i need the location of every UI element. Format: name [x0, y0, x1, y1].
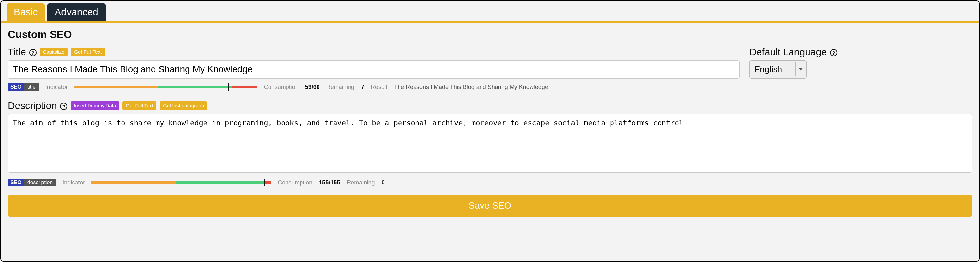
section-title: Custom SEO: [8, 29, 972, 41]
title-meta-row: SEO title Indicator Consumption 53/60 Re…: [8, 83, 740, 91]
desc-remaining-label: Remaining: [347, 179, 375, 186]
seo-tag-right: description: [24, 179, 56, 187]
get-full-text-title-button[interactable]: Get Full Text: [71, 48, 105, 56]
title-result-value: The Reasons I Made This Blog and Sharing…: [394, 84, 548, 91]
title-remaining-value: 7: [361, 84, 364, 91]
get-first-paragraph-button[interactable]: Get first paragraph: [160, 101, 207, 110]
bar-marker: [228, 83, 229, 91]
seo-title-tag: SEO title: [8, 83, 39, 91]
desc-consumption-label: Consumption: [278, 179, 312, 186]
save-seo-button[interactable]: Save SEO: [8, 195, 972, 217]
help-icon[interactable]: ?: [60, 103, 67, 110]
description-textarea[interactable]: [8, 114, 972, 173]
help-icon[interactable]: ?: [830, 49, 837, 56]
language-column: Default Language ? English: [749, 46, 837, 78]
language-label: Default Language: [749, 46, 827, 58]
title-consumption-label: Consumption: [264, 84, 299, 91]
capitalize-button[interactable]: Capitalize: [40, 48, 68, 56]
bar-seg-orange: [75, 86, 159, 88]
seo-editor-window: Basic Advanced Custom SEO Title ? Capita…: [0, 0, 980, 262]
title-indicator-bar: [75, 86, 258, 88]
bar-seg-green: [176, 181, 264, 184]
desc-indicator-label: Indicator: [62, 179, 85, 186]
description-indicator-bar: [91, 181, 271, 184]
bar-marker: [264, 179, 265, 186]
title-and-language-row: Title ? Capitalize Get Full Text SEO tit…: [8, 46, 972, 91]
title-result-label: Result: [371, 84, 387, 91]
title-column: Title ? Capitalize Get Full Text SEO tit…: [8, 46, 740, 91]
desc-remaining-value: 0: [381, 179, 385, 186]
title-input[interactable]: [8, 60, 740, 78]
language-header: Default Language ?: [749, 46, 837, 58]
bar-seg-green: [158, 86, 232, 88]
language-selected: English: [754, 64, 782, 75]
seo-description-tag: SEO description: [8, 179, 56, 187]
description-label: Description: [8, 100, 57, 111]
description-header: Description ? Insert Dummy Data Get Full…: [8, 100, 972, 111]
tab-basic[interactable]: Basic: [6, 3, 45, 21]
bar-seg-orange: [91, 181, 176, 184]
desc-consumption-value: 155/155: [319, 179, 340, 186]
chevron-down-icon: [799, 69, 803, 71]
help-icon[interactable]: ?: [29, 49, 37, 56]
language-select[interactable]: English: [749, 60, 807, 78]
content: Custom SEO Title ? Capitalize Get Full T…: [1, 22, 979, 224]
title-header: Title ? Capitalize Get Full Text: [8, 46, 740, 58]
insert-dummy-button[interactable]: Insert Dummy Data: [70, 101, 119, 110]
seo-tag-left: SEO: [8, 83, 24, 91]
title-remaining-label: Remaining: [326, 84, 355, 91]
description-meta-row: SEO description Indicator Consumption 15…: [8, 179, 972, 187]
tab-advanced[interactable]: Advanced: [48, 3, 105, 21]
title-consumption-value: 53/60: [305, 84, 320, 91]
title-indicator-label: Indicator: [45, 84, 68, 91]
title-label: Title: [8, 46, 26, 58]
seo-tag-left: SEO: [8, 179, 24, 187]
tabs: Basic Advanced: [1, 1, 979, 21]
description-block: Description ? Insert Dummy Data Get Full…: [8, 100, 972, 187]
get-full-text-desc-button[interactable]: Get Full Text: [123, 101, 156, 110]
seo-tag-right: title: [24, 83, 39, 91]
bar-seg-red: [232, 86, 257, 88]
